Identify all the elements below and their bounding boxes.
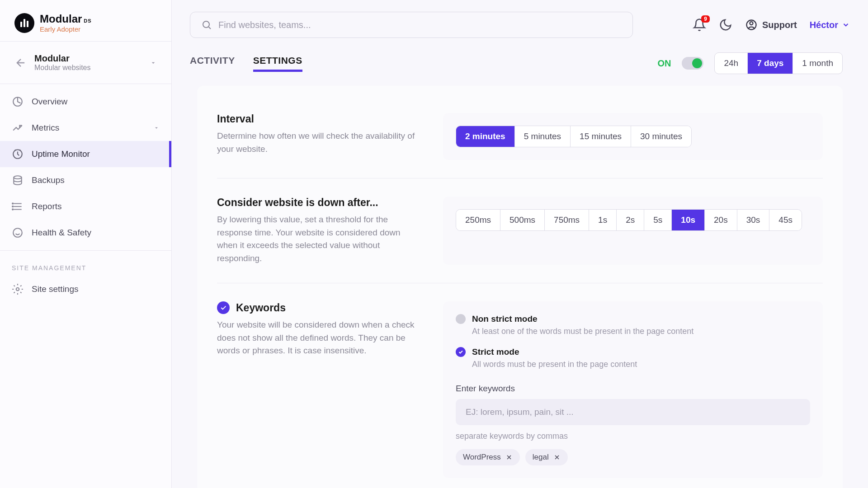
nav-uptime[interactable]: Uptime Monitor <box>0 141 171 167</box>
tabs: ACTIVITY SETTINGS <box>190 55 302 72</box>
logo-icon <box>14 13 34 33</box>
uptime-icon <box>12 148 24 160</box>
keywords-hint: separate keywords by commas <box>456 432 568 441</box>
tab-activity[interactable]: ACTIVITY <box>190 55 235 72</box>
threshold-option[interactable]: 750ms <box>545 210 589 230</box>
gear-icon <box>12 283 24 295</box>
site-subtitle: Modular websites <box>34 64 142 72</box>
threshold-option[interactable]: 1s <box>589 210 617 230</box>
range-1month[interactable]: 1 month <box>793 53 842 74</box>
user-menu[interactable]: Héctor <box>810 20 850 30</box>
interval-option[interactable]: 30 minutes <box>631 126 691 147</box>
threshold-option[interactable]: 250ms <box>456 210 500 230</box>
nav-label: Metrics <box>32 123 59 133</box>
radio-strict[interactable]: Strict mode <box>456 347 637 357</box>
brand-name: Modular <box>40 13 82 25</box>
site-selector[interactable]: Modular Modular websites <box>0 42 171 84</box>
search-input[interactable] <box>218 20 622 30</box>
tag-text: WordPress <box>463 453 501 462</box>
keywords-title: Keywords <box>236 302 286 314</box>
nav-label: Reports <box>32 202 62 211</box>
setting-threshold: Consider website is down after... By low… <box>217 178 823 283</box>
brand-suffix: DS <box>84 18 91 23</box>
nav-metrics[interactable]: Metrics <box>0 115 171 141</box>
interval-option[interactable]: 5 minutes <box>515 126 571 147</box>
interval-title: Interval <box>217 113 416 125</box>
keywords-desc: Your website will be considered down whe… <box>217 319 416 357</box>
backups-icon <box>12 174 24 186</box>
threshold-option[interactable]: 10s <box>672 210 705 230</box>
interval-option[interactable]: 2 minutes <box>456 126 515 147</box>
close-icon[interactable] <box>553 454 561 461</box>
support-link[interactable]: Support <box>745 19 797 31</box>
svg-point-6 <box>13 228 22 237</box>
subheader: ACTIVITY SETTINGS ON 24h 7 days 1 month <box>172 45 868 86</box>
brand-tagline: Early Adopter <box>40 25 92 33</box>
moon-icon[interactable] <box>719 18 732 32</box>
svg-point-8 <box>203 21 209 28</box>
nav-label: Backups <box>32 175 65 185</box>
svg-point-5 <box>12 209 13 210</box>
chevron-down-icon <box>842 21 850 29</box>
section-label: SITE MANAGEMENT <box>0 251 171 276</box>
nav-label: Uptime Monitor <box>32 149 90 159</box>
threshold-option[interactable]: 30s <box>737 210 770 230</box>
nav-health[interactable]: Health & Safety <box>0 220 171 246</box>
nav-site-settings[interactable]: Site settings <box>0 276 171 302</box>
check-icon <box>217 301 230 314</box>
chevron-down-icon <box>150 59 157 66</box>
nav: Overview Metrics Uptime Monitor Backups … <box>0 84 171 250</box>
setting-interval: Interval Determine how often we will che… <box>217 104 823 178</box>
main: 9 Support Héctor ACTIVITY SETTINGS ON <box>172 0 868 488</box>
radio-label: Non strict mode <box>472 314 538 324</box>
radio-nonstrict[interactable]: Non strict mode <box>456 314 693 324</box>
chevron-down-icon <box>153 125 160 131</box>
content: Interval Determine how often we will che… <box>172 86 868 488</box>
interval-options: 2 minutes5 minutes15 minutes30 minutes <box>456 126 692 147</box>
overview-icon <box>12 96 24 108</box>
radio-icon <box>456 314 466 324</box>
threshold-title: Consider website is down after... <box>217 197 416 209</box>
svg-point-2 <box>14 176 21 179</box>
threshold-option[interactable]: 45s <box>769 210 802 230</box>
radio-icon <box>456 347 466 357</box>
range-7days[interactable]: 7 days <box>748 53 793 74</box>
interval-desc: Determine how often we will check the av… <box>217 130 416 155</box>
search-icon <box>201 19 212 30</box>
tab-settings[interactable]: SETTINGS <box>253 55 302 72</box>
radio-sub: All words must be present in the page co… <box>472 360 637 369</box>
back-arrow-icon[interactable] <box>14 56 27 69</box>
monitor-toggle[interactable] <box>682 57 703 70</box>
svg-point-3 <box>12 203 13 204</box>
range-picker: 24h 7 days 1 month <box>714 52 843 74</box>
keywords-field-label: Enter keywords <box>456 384 515 394</box>
range-24h[interactable]: 24h <box>715 53 748 74</box>
nav-label: Health & Safety <box>32 228 91 238</box>
close-icon[interactable] <box>505 454 513 461</box>
nav-overview[interactable]: Overview <box>0 89 171 115</box>
nav-reports[interactable]: Reports <box>0 193 171 220</box>
support-icon <box>745 19 758 31</box>
threshold-option[interactable]: 20s <box>705 210 737 230</box>
setting-keywords: Keywords Your website will be considered… <box>217 283 823 488</box>
search-box[interactable] <box>190 12 633 38</box>
radio-label: Strict mode <box>472 347 519 357</box>
threshold-option[interactable]: 2s <box>617 210 644 230</box>
interval-option[interactable]: 15 minutes <box>571 126 631 147</box>
threshold-option[interactable]: 5s <box>644 210 672 230</box>
threshold-option[interactable]: 500ms <box>500 210 545 230</box>
metrics-icon <box>12 122 24 134</box>
toggle-label: ON <box>657 58 671 69</box>
threshold-desc: By lowering this value, set a threshold … <box>217 213 416 265</box>
keyword-tag: WordPress <box>456 449 520 465</box>
nav-label: Site settings <box>32 284 79 294</box>
nav-backups[interactable]: Backups <box>0 167 171 193</box>
svg-point-10 <box>750 22 753 25</box>
nav-label: Overview <box>32 97 67 107</box>
notifications-button[interactable]: 9 <box>693 18 706 32</box>
topbar: 9 Support Héctor <box>172 0 868 45</box>
keyword-tag: legal <box>525 449 568 465</box>
keywords-input[interactable] <box>456 399 810 425</box>
logo[interactable]: ModularDS Early Adopter <box>0 0 171 41</box>
site-name: Modular <box>34 53 142 64</box>
